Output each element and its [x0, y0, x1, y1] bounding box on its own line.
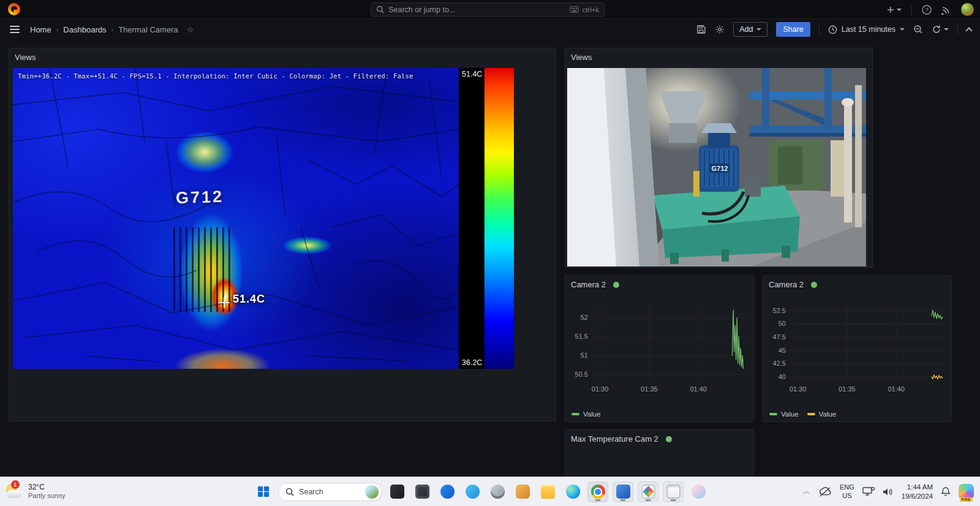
taskbar-search-label: Search — [299, 488, 360, 496]
svg-text:01:40: 01:40 — [690, 385, 707, 393]
plus-icon — [886, 6, 895, 14]
clock-icon — [828, 25, 837, 34]
breadcrumb-current: Thermal Camera — [118, 25, 178, 34]
microsoft-edge-icon — [566, 485, 580, 499]
news-button[interactable] — [941, 5, 951, 15]
divider — [911, 5, 912, 15]
refresh-interval-chevron-icon — [944, 28, 949, 31]
search-highlight-thumbnail — [365, 485, 379, 499]
divider — [957, 24, 958, 35]
panel-title[interactable]: Camera 2 — [565, 276, 753, 289]
svg-text:01:35: 01:35 — [641, 385, 658, 393]
new-menu-button[interactable] — [886, 6, 902, 14]
legend-swatch — [571, 413, 579, 415]
photos-icon — [641, 485, 655, 499]
panel-title[interactable]: Camera 2 — [763, 276, 951, 289]
app-orange-pet-icon — [516, 485, 530, 499]
legend-item[interactable]: Value — [769, 410, 799, 418]
grafana-dashboard-screen: ctrl+k ? — [0, 0, 980, 506]
menu-toggle-button[interactable] — [10, 26, 20, 33]
taskbar-app-app-messaging[interactable] — [462, 481, 483, 502]
refresh-button[interactable] — [932, 25, 949, 34]
user-avatar[interactable] — [961, 3, 974, 16]
svg-text:01:30: 01:30 — [592, 385, 609, 393]
taskbar-app-photos[interactable] — [638, 481, 658, 502]
taskbar-app-app-blue-window[interactable] — [612, 481, 633, 502]
taskbar-app-app-blue-round[interactable] — [437, 481, 458, 502]
svg-text:50: 50 — [778, 320, 786, 327]
copilot-icon[interactable]: PRE — [959, 484, 974, 499]
windows-taskbar: 1 32°C Partly sunny Search — [0, 477, 980, 506]
chart-legend: Value Value — [769, 410, 836, 418]
grafana-logo-icon[interactable] — [8, 3, 20, 15]
taskbar-app-app-media-tool[interactable] — [412, 481, 432, 502]
svg-text:40: 40 — [778, 373, 786, 380]
app-blue-round-icon — [440, 485, 454, 499]
tray-date: 19/6/2024 — [902, 492, 933, 501]
camera2-chart-panel-left: Camera 2 50.55151.55201:3001:3501:40 Val… — [565, 275, 754, 422]
svg-text:51: 51 — [581, 352, 588, 359]
global-search[interactable]: ctrl+k — [371, 2, 605, 17]
language-line1: ENG — [840, 483, 854, 492]
colorbar-max-label: 51.4C — [462, 70, 482, 78]
network-icon[interactable] — [862, 486, 875, 497]
svg-text:42.5: 42.5 — [773, 360, 786, 367]
share-button[interactable]: Share — [776, 22, 810, 37]
paint-icon — [692, 485, 706, 499]
time-range-picker[interactable]: Last 15 minutes — [828, 25, 905, 34]
notifications-bell-icon[interactable] — [941, 486, 951, 497]
save-dashboard-button[interactable] — [696, 25, 706, 34]
hotspot-crosshair-icon — [219, 297, 230, 308]
legend-swatch — [769, 413, 777, 415]
app-contacts-icon — [491, 485, 505, 499]
timeseries-chart[interactable]: 50.55151.55201:3001:3501:40 — [570, 298, 750, 395]
hidden-icons-chevron[interactable]: ︿ — [803, 486, 810, 497]
timeseries-chart[interactable]: 4042.54547.55052.501:3001:3501:40 — [768, 298, 948, 395]
legend-item[interactable]: Value — [807, 410, 837, 418]
svg-text:01:40: 01:40 — [888, 385, 905, 393]
panel-title-label: Max Temperature Cam 2 — [571, 434, 658, 444]
taskbar-app-file-explorer[interactable] — [537, 481, 558, 502]
taskbar-app-notepad[interactable] — [663, 481, 684, 502]
breadcrumb-dashboards[interactable]: Dashboards — [63, 25, 106, 34]
panel-title-label: Views — [571, 53, 592, 62]
legend-swatch — [807, 413, 815, 415]
status-dot-green — [666, 436, 672, 442]
legend-label: Value — [583, 410, 601, 418]
help-button[interactable]: ? — [922, 5, 932, 15]
taskbar-search[interactable]: Search — [278, 483, 382, 501]
add-panel-button[interactable]: Add — [733, 22, 767, 37]
time-range-label: Last 15 minutes — [842, 25, 895, 34]
dashboard-settings-button[interactable] — [715, 25, 725, 34]
top-nav-bar: ctrl+k ? — [0, 0, 980, 19]
collapse-controls-chevron-icon[interactable] — [965, 27, 972, 34]
camera-photo-image: G712 — [567, 68, 866, 266]
language-indicator[interactable]: ENG US — [840, 483, 854, 500]
zoom-out-time-button[interactable] — [913, 25, 923, 34]
add-button-label: Add — [739, 25, 753, 34]
taskbar-app-app-contacts[interactable] — [487, 481, 508, 502]
legend-item[interactable]: Value — [571, 410, 601, 418]
speaker-icon[interactable] — [883, 487, 894, 497]
rss-icon — [941, 5, 951, 15]
breadcrumb-home[interactable]: Home — [30, 25, 51, 34]
panel-title[interactable]: Views — [9, 48, 556, 62]
taskbar-app-paint[interactable] — [688, 481, 709, 502]
save-icon — [696, 25, 706, 34]
search-input[interactable] — [388, 6, 565, 14]
onedrive-paused-icon[interactable] — [818, 487, 832, 497]
taskbar-app-google-chrome[interactable] — [587, 481, 608, 502]
taskbar-app-app-dark-utility[interactable] — [386, 481, 407, 502]
weather-widget[interactable]: 1 32°C Partly sunny — [5, 483, 66, 501]
favorite-star-icon[interactable]: ☆ — [187, 25, 194, 34]
app-messaging-icon — [466, 485, 480, 499]
panel-title[interactable]: Max Temperature Cam 2 — [565, 430, 753, 444]
panel-title[interactable]: Views — [565, 48, 872, 62]
taskbar-app-microsoft-edge[interactable] — [562, 481, 583, 502]
copilot-preview-badge: PRE — [960, 497, 973, 502]
photo-machine-label: G712 — [712, 165, 728, 172]
taskbar-app-app-orange-pet[interactable] — [512, 481, 533, 502]
svg-text:45: 45 — [778, 347, 786, 354]
start-button[interactable] — [253, 481, 274, 502]
clock-date[interactable]: 1:44 AM 19/6/2024 — [902, 483, 933, 501]
